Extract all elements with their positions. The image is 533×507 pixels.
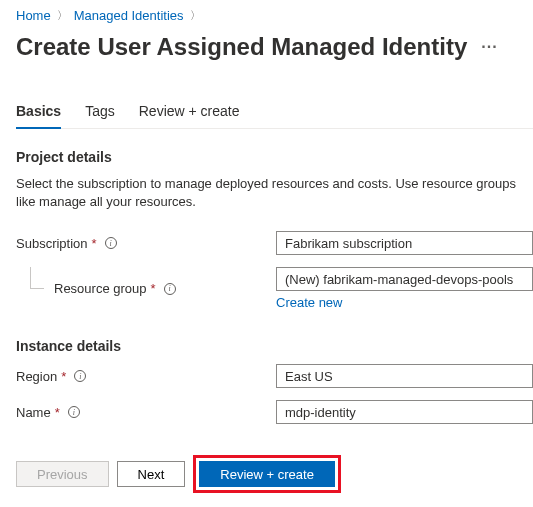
required-indicator: *	[55, 405, 60, 420]
previous-button: Previous	[16, 461, 109, 487]
page-title-text: Create User Assigned Managed Identity	[16, 33, 467, 61]
highlight-annotation: Review + create	[193, 455, 341, 493]
project-details-heading: Project details	[16, 149, 533, 165]
required-indicator: *	[92, 236, 97, 251]
tree-connector-icon	[30, 267, 44, 289]
page-title: Create User Assigned Managed Identity ··…	[16, 33, 533, 61]
breadcrumb: Home 〉 Managed Identities 〉	[16, 8, 533, 23]
required-indicator: *	[151, 281, 156, 296]
instance-details-heading: Instance details	[16, 338, 533, 354]
tab-review-create[interactable]: Review + create	[139, 103, 240, 129]
project-details-description: Select the subscription to manage deploy…	[16, 175, 533, 211]
subscription-input[interactable]	[276, 231, 533, 255]
region-label: Region * i	[16, 369, 276, 384]
chevron-right-icon: 〉	[57, 8, 68, 23]
chevron-right-icon: 〉	[190, 8, 201, 23]
info-icon[interactable]: i	[68, 406, 80, 418]
breadcrumb-managed-identities[interactable]: Managed Identities	[74, 8, 184, 23]
info-icon[interactable]: i	[74, 370, 86, 382]
resource-group-label: Resource group * i	[16, 281, 276, 296]
tab-basics[interactable]: Basics	[16, 103, 61, 129]
info-icon[interactable]: i	[105, 237, 117, 249]
name-input[interactable]	[276, 400, 533, 424]
info-icon[interactable]: i	[164, 283, 176, 295]
tabs: Basics Tags Review + create	[16, 103, 533, 129]
create-new-link[interactable]: Create new	[276, 295, 342, 310]
footer-buttons: Previous Next Review + create	[16, 455, 341, 493]
subscription-label: Subscription * i	[16, 236, 276, 251]
resource-group-input[interactable]	[276, 267, 533, 291]
breadcrumb-home[interactable]: Home	[16, 8, 51, 23]
tab-tags[interactable]: Tags	[85, 103, 115, 129]
required-indicator: *	[61, 369, 66, 384]
region-input[interactable]	[276, 364, 533, 388]
name-label: Name * i	[16, 405, 276, 420]
next-button[interactable]: Next	[117, 461, 186, 487]
review-create-button[interactable]: Review + create	[199, 461, 335, 487]
more-actions-icon[interactable]: ···	[481, 38, 497, 56]
